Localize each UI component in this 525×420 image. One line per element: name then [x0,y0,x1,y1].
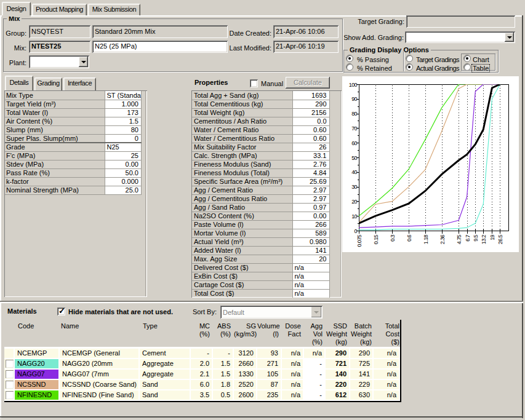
svg-text:80: 80 [351,111,357,117]
svg-text:0.075: 0.075 [356,234,363,247]
svg-text:20: 20 [351,199,357,205]
svg-text:0: 0 [355,228,358,234]
svg-text:0.6: 0.6 [406,234,412,241]
svg-text:1.18: 1.18 [423,234,429,244]
svg-text:0.3: 0.3 [390,234,396,241]
svg-text:50: 50 [351,155,357,161]
svg-text:13.2: 13.2 [481,234,487,244]
svg-text:6.7: 6.7 [465,234,471,241]
svg-text:30: 30 [351,184,357,190]
svg-text:0.15: 0.15 [373,234,379,244]
svg-text:2.36: 2.36 [439,234,446,244]
svg-text:26.5: 26.5 [497,234,503,244]
svg-text:40: 40 [351,169,357,175]
svg-text:9.5: 9.5 [473,234,479,241]
svg-text:90: 90 [351,96,357,102]
svg-text:100: 100 [349,82,358,88]
svg-text:70: 70 [351,125,357,132]
svg-text:10: 10 [351,213,357,220]
svg-text:19: 19 [489,234,495,240]
svg-text:4.75: 4.75 [456,234,462,244]
svg-text:60: 60 [351,140,357,146]
